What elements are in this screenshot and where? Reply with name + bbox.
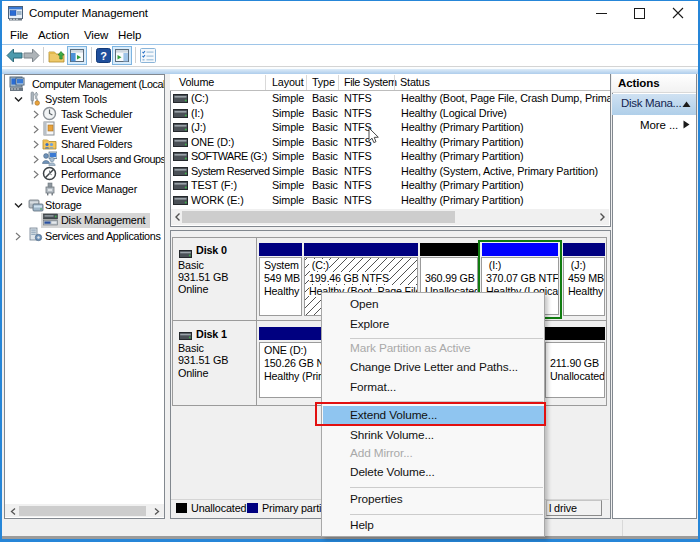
svg-text:?: ? xyxy=(100,49,107,61)
